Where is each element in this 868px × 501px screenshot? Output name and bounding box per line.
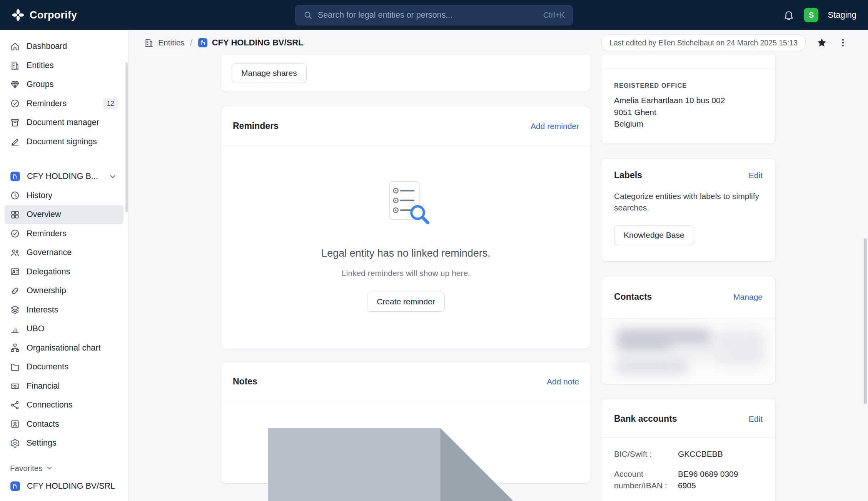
layers-icon: [10, 305, 20, 315]
blurred-contact-preview: [601, 319, 775, 384]
favorite-item-cfy-holding[interactable]: CFY HOLDING BV/SRL: [5, 477, 124, 496]
user-avatar[interactable]: S: [804, 8, 818, 22]
check-circle-icon: [10, 99, 20, 109]
sidebar-scrollbar[interactable]: [125, 62, 128, 212]
pen-icon: [10, 137, 20, 147]
address-line: Belgium: [614, 118, 763, 130]
reminders-card-title: Reminders: [233, 121, 279, 131]
sidebar-item-reminders[interactable]: Reminders 12: [5, 94, 124, 114]
global-search-input[interactable]: Search for legal entities or persons... …: [295, 5, 573, 25]
labels-card: Labels Edit Categorize entities with lab…: [601, 158, 776, 262]
file-icon: [234, 411, 578, 501]
search-shortcut: Ctrl+K: [543, 11, 565, 20]
sidebar-item-governance[interactable]: Governance: [5, 243, 124, 262]
bic-label: BIC/Swift :: [614, 448, 678, 460]
people-icon: [10, 248, 20, 258]
building-icon: [10, 60, 20, 70]
address-line: 9051 Ghent: [614, 107, 763, 119]
entity-icon: [198, 38, 208, 48]
archive-icon: [10, 118, 20, 128]
entity-icon: [10, 171, 20, 182]
sidebar-item-groups[interactable]: Groups: [5, 75, 124, 94]
sidebar-item-document-manager[interactable]: Document manager: [5, 113, 124, 132]
empty-reminders-illustration: [379, 177, 433, 231]
note-list-item[interactable]: LEI-code 12245852: [221, 401, 591, 501]
environment-label: Staging: [828, 10, 856, 20]
content-viewport: Manage shares Reminders Add reminder: [129, 55, 868, 501]
contacts-card: Contacts Manage: [601, 276, 776, 384]
brand-name: Corporify: [30, 9, 77, 21]
org-chart-icon: [10, 343, 20, 353]
sidebar-item-history[interactable]: History: [5, 186, 124, 205]
chevron-down-icon: [46, 464, 53, 472]
edit-bank-accounts-link[interactable]: Edit: [749, 414, 763, 424]
edit-labels-link[interactable]: Edit: [749, 171, 763, 180]
bic-value: GKCCBEBB: [678, 448, 723, 460]
reminders-count-badge: 12: [103, 98, 118, 109]
knowledge-base-button[interactable]: Knowledge Base: [614, 225, 694, 245]
sidebar-item-connections[interactable]: Connections: [5, 396, 124, 415]
bank-accounts-card-title: Bank accounts: [614, 414, 677, 424]
notes-card: Notes Add note LEI-code 12245852: [221, 361, 591, 484]
labels-description: Categorize entities with labels to simpl…: [614, 190, 763, 214]
manage-shares-button[interactable]: Manage shares: [232, 63, 307, 83]
home-icon: [10, 42, 20, 52]
sidebar-item-dashboard[interactable]: Dashboard: [5, 37, 124, 56]
sidebar-item-financial[interactable]: Financial: [5, 377, 124, 396]
sidebar-item-interests[interactable]: Interests: [5, 301, 124, 320]
empty-state-subtitle: Linked reminders will show up here.: [342, 269, 470, 278]
shares-card: Manage shares: [221, 55, 591, 92]
iban-value: BE96 0689 0309 6905: [678, 468, 755, 491]
sidebar: Dashboard Entities Groups Reminders 12 D…: [0, 30, 129, 501]
reminders-card: Reminders Add reminder: [221, 106, 591, 349]
add-note-link[interactable]: Add note: [547, 377, 579, 386]
topbar: Corporify Search for legal entities or p…: [0, 0, 868, 30]
entities-icon: [144, 38, 154, 48]
sidebar-item-ubo[interactable]: UBO: [5, 319, 124, 339]
favorite-star-icon[interactable]: [816, 37, 827, 48]
share-nodes-icon: [10, 400, 20, 410]
breadcrumb-entities-link[interactable]: Entities: [158, 38, 185, 47]
manage-contacts-link[interactable]: Manage: [733, 292, 763, 302]
brand[interactable]: Corporify: [12, 8, 77, 22]
notifications-bell-icon[interactable]: [783, 9, 795, 21]
contacts-card-title: Contacts: [614, 292, 652, 302]
link-icon: [10, 286, 20, 296]
sidebar-entity-switcher[interactable]: CFY HOLDING B...: [5, 167, 124, 186]
chevron-down-icon: [108, 172, 117, 181]
address-line: Amelia Earhartlaan 10 bus 002: [614, 95, 763, 107]
search-icon: [303, 10, 312, 20]
sidebar-item-ownership[interactable]: Ownership: [5, 281, 124, 301]
empty-state-title: Legal entity has no linked reminders.: [321, 247, 491, 259]
sidebar-item-overview[interactable]: Overview: [5, 205, 124, 224]
grid-icon: [10, 210, 20, 220]
clock-icon: [10, 190, 20, 200]
breadcrumb-separator: /: [190, 38, 192, 47]
favorites-toggle[interactable]: Favorites: [0, 460, 128, 477]
corporify-logo-icon: [12, 8, 25, 22]
sidebar-item-entity-reminders[interactable]: Reminders: [5, 224, 124, 244]
breadcrumb: Entities / CFY HOLDING BV/SRL: [144, 38, 304, 48]
sidebar-item-document-signings[interactable]: Document signings: [5, 132, 124, 152]
gear-icon: [10, 438, 20, 448]
banknote-icon: [10, 381, 20, 391]
id-card-icon: [10, 267, 20, 277]
bank-row-bic: BIC/Swift : GKCCBEBB: [614, 448, 763, 460]
add-reminder-link[interactable]: Add reminder: [531, 122, 579, 131]
iban-label: Account number/IBAN :: [614, 468, 678, 491]
registered-office-card: REGISTERED OFFICE Amelia Earhartlaan 10 …: [601, 55, 776, 144]
sidebar-item-contacts[interactable]: Contacts: [5, 415, 124, 434]
sidebar-item-documents[interactable]: Documents: [5, 357, 124, 377]
search-placeholder: Search for legal entities or persons...: [318, 10, 452, 20]
more-options-kebab-icon[interactable]: [838, 38, 848, 48]
sidebar-item-entities[interactable]: Entities: [5, 56, 124, 75]
create-reminder-button[interactable]: Create reminder: [367, 292, 445, 312]
sidebar-item-delegations[interactable]: Delegations: [5, 262, 124, 282]
sidebar-item-settings[interactable]: Settings: [5, 434, 124, 453]
page-scrollbar[interactable]: [864, 239, 867, 404]
contact-card-icon: [10, 419, 20, 429]
sidebar-item-organisational-chart[interactable]: Organisational chart: [5, 339, 124, 358]
notes-card-title: Notes: [233, 376, 257, 387]
folder-icon: [10, 362, 20, 372]
gem-icon: [10, 80, 20, 90]
